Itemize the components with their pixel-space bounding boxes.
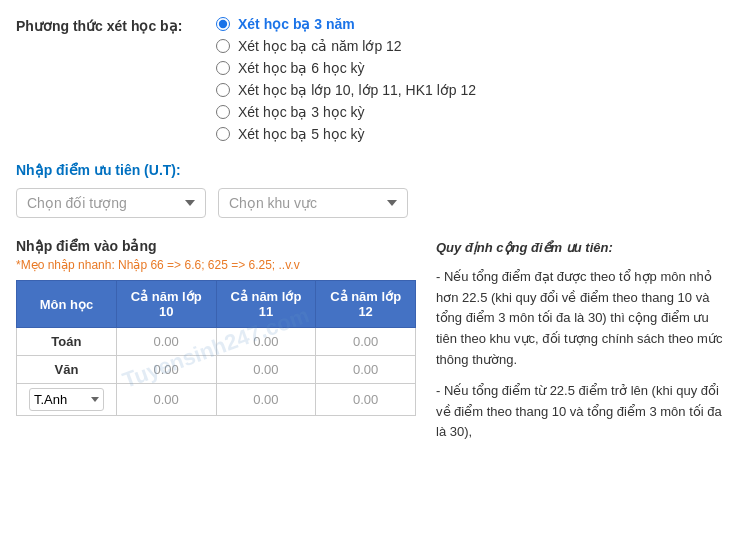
quy-dinh-para-1: - Nếu tổng điểm đạt được theo tổ hợp môn… [436,267,726,371]
radio-label-4[interactable]: Xét học bạ lớp 10, lớp 11, HK1 lớp 12 [238,82,476,98]
khu-vuc-select[interactable]: Chọn khu vực [218,188,408,218]
input-toan-11[interactable] [236,334,296,349]
table-container: Môn học Cả năm lớp10 Cả năm lớp11 Cả năm… [16,280,416,416]
input-tanh-11[interactable] [236,392,296,407]
grade-toan-10[interactable] [116,328,216,356]
meo-content: Nhập 66 => 6.6; 625 => 6.25; ..v.v [118,258,300,272]
doi-tuong-select[interactable]: Chọn đối tượng [16,188,206,218]
quy-dinh-para-2: - Nếu tổng điểm từ 22.5 điểm trở lên (kh… [436,381,726,443]
radio-input-3[interactable] [216,61,230,75]
col-header-11: Cả năm lớp11 [216,281,316,328]
subject-tanh-select[interactable]: T.Anh [29,388,104,411]
radio-input-4[interactable] [216,83,230,97]
grade-toan-12[interactable] [316,328,416,356]
grade-van-10[interactable] [116,356,216,384]
radio-item-3[interactable]: Xét học bạ 6 học kỳ [216,60,476,76]
radio-label-5[interactable]: Xét học bạ 3 học kỳ [238,104,365,120]
subject-tanh-cell[interactable]: T.Anh [17,384,117,416]
grade-tanh-10[interactable] [116,384,216,416]
subject-van: Văn [17,356,117,384]
radio-label-3[interactable]: Xét học bạ 6 học kỳ [238,60,365,76]
phuong-thuc-section: Phương thức xét học bạ: Xét học bạ 3 năm… [16,16,726,142]
nhap-diem-title: Nhập điểm vào bảng [16,238,416,254]
input-van-10[interactable] [136,362,196,377]
col-header-subject: Môn học [17,281,117,328]
phuong-thuc-label: Phương thức xét học bạ: [16,16,216,34]
input-toan-12[interactable] [336,334,396,349]
table-row: Toán [17,328,416,356]
table-row: T.Anh [17,384,416,416]
grade-tanh-12[interactable] [316,384,416,416]
grade-van-11[interactable] [216,356,316,384]
grade-table: Môn học Cả năm lớp10 Cả năm lớp11 Cả năm… [16,280,416,416]
radio-input-6[interactable] [216,127,230,141]
radio-label-2[interactable]: Xét học bạ cả năm lớp 12 [238,38,402,54]
radio-item-4[interactable]: Xét học bạ lớp 10, lớp 11, HK1 lớp 12 [216,82,476,98]
uu-tien-section: Nhập điểm ưu tiên (U.T): Chọn đối tượng … [16,162,726,218]
table-row: Văn [17,356,416,384]
radio-item-2[interactable]: Xét học bạ cả năm lớp 12 [216,38,476,54]
radio-input-2[interactable] [216,39,230,53]
meo-prefix: *Mẹo nhập nhanh: [16,258,115,272]
nhap-diem-section: Nhập điểm vào bảng *Mẹo nhập nhanh: Nhập… [16,238,726,453]
radio-item-1[interactable]: Xét học bạ 3 năm [216,16,476,32]
meo-text: *Mẹo nhập nhanh: Nhập 66 => 6.6; 625 => … [16,258,416,272]
input-toan-10[interactable] [136,334,196,349]
col-header-10: Cả năm lớp10 [116,281,216,328]
radio-label-1[interactable]: Xét học bạ 3 năm [238,16,355,32]
radio-label-6[interactable]: Xét học bạ 5 học kỳ [238,126,365,142]
quy-dinh-section: Quy định cộng điểm ưu tiên: - Nếu tổng đ… [436,238,726,453]
input-tanh-10[interactable] [136,392,196,407]
quy-dinh-title: Quy định cộng điểm ưu tiên: [436,238,726,259]
grade-tanh-11[interactable] [216,384,316,416]
input-van-12[interactable] [336,362,396,377]
input-tanh-12[interactable] [336,392,396,407]
radio-input-1[interactable] [216,17,230,31]
dropdowns-row: Chọn đối tượng Chọn khu vực [16,188,726,218]
uu-tien-label: Nhập điểm ưu tiên (U.T): [16,162,726,178]
radio-input-5[interactable] [216,105,230,119]
grade-van-12[interactable] [316,356,416,384]
subject-toan: Toán [17,328,117,356]
radio-item-6[interactable]: Xét học bạ 5 học kỳ [216,126,476,142]
radio-group: Xét học bạ 3 năm Xét học bạ cả năm lớp 1… [216,16,476,142]
nhap-diem-left: Nhập điểm vào bảng *Mẹo nhập nhanh: Nhập… [16,238,416,416]
input-van-11[interactable] [236,362,296,377]
col-header-12: Cả năm lớp12 [316,281,416,328]
radio-item-5[interactable]: Xét học bạ 3 học kỳ [216,104,476,120]
grade-toan-11[interactable] [216,328,316,356]
